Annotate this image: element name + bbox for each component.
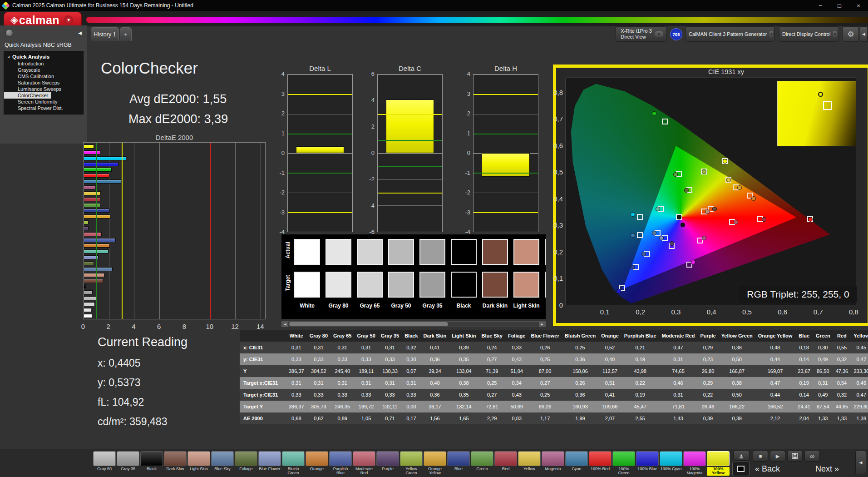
pattern-patch-cyan[interactable]: Cyan bbox=[565, 451, 588, 471]
patch-color bbox=[164, 451, 187, 466]
table-cell: 305,73 bbox=[307, 401, 330, 412]
limit-green bbox=[473, 173, 538, 174]
pattern-patch-100-cyan[interactable]: 100% Cyan bbox=[660, 451, 682, 471]
collapse-right-panel-button[interactable]: ◀ bbox=[860, 26, 868, 42]
pattern-window-button[interactable] bbox=[732, 462, 750, 476]
chevron-down-icon[interactable]: ▼ bbox=[833, 31, 837, 37]
back-button[interactable]: « Back bbox=[755, 464, 780, 474]
gridline bbox=[378, 179, 442, 180]
collapse-strip-icon[interactable]: ◀ bbox=[855, 451, 866, 474]
calman-logo-text: calman bbox=[19, 14, 59, 27]
pattern-patch-yellow[interactable]: Yellow bbox=[518, 451, 541, 471]
settings-gear-button[interactable]: ⚙ bbox=[843, 26, 859, 42]
current-reading-value: cd/m²: 359,483 bbox=[98, 416, 167, 428]
pattern-patch-100-green[interactable]: 100% Green bbox=[612, 451, 635, 476]
tab-history-1[interactable]: History 1 bbox=[91, 27, 119, 41]
de-axis-label: 2 bbox=[102, 323, 115, 330]
table-cell: 1,33 bbox=[833, 412, 851, 424]
cie-measured-black bbox=[681, 223, 685, 227]
pattern-patch-black[interactable]: Black bbox=[140, 451, 163, 471]
de-bar-foliage bbox=[84, 261, 94, 265]
pattern-patch-100-blue[interactable]: 100% Blue bbox=[636, 451, 659, 471]
pattern-patch-100-magenta[interactable]: 100% Magenta bbox=[683, 451, 706, 476]
table-col-header: Blue Sky bbox=[478, 330, 505, 342]
eject-icon[interactable]: ▲ bbox=[733, 451, 750, 461]
pattern-patch-bluish-green[interactable]: Bluish Green bbox=[282, 451, 305, 476]
delta-axis-label: 1 bbox=[271, 130, 285, 137]
pattern-patch-blue-flower[interactable]: Blue Flower bbox=[258, 451, 281, 471]
pattern-patch-purple[interactable]: Purple bbox=[376, 451, 399, 471]
minimize-button[interactable]: − bbox=[811, 0, 830, 11]
cie-y-tick: 0 bbox=[545, 301, 563, 309]
pattern-patch-purplish-blue[interactable]: Purplish Blue bbox=[329, 451, 352, 476]
gridline bbox=[288, 114, 352, 114]
actual-swatch-light-skin bbox=[513, 239, 539, 265]
logo-dropdown-chevron-icon[interactable]: ▼ bbox=[64, 15, 73, 25]
scroll-right-icon[interactable]: ▶ bbox=[539, 322, 545, 327]
pattern-patch-100-red[interactable]: 100% Red bbox=[589, 451, 612, 471]
table-col-header: Gray 80 bbox=[307, 330, 330, 342]
next-button[interactable]: Next » bbox=[815, 464, 839, 474]
meter-selector[interactable]: X-Rite i1Pro 3 Direct View ▼ bbox=[616, 26, 666, 42]
pattern-patch-blue[interactable]: Blue bbox=[447, 451, 470, 471]
table-cell: 87,54 bbox=[813, 401, 833, 412]
loop-icon[interactable]: ∞ bbox=[804, 451, 820, 462]
sidebar-item-cms-calibration[interactable]: CMS Calibration bbox=[4, 73, 83, 80]
maximize-button[interactable]: □ bbox=[830, 0, 849, 11]
table-col-header: Foliage bbox=[505, 330, 528, 342]
pattern-patch-blue-sky[interactable]: Blue Sky bbox=[211, 451, 234, 471]
stop-icon[interactable]: ■ bbox=[753, 451, 768, 462]
tab-add-button[interactable]: + bbox=[120, 27, 132, 41]
sidebar-item-introduction[interactable]: Introduction bbox=[4, 60, 83, 67]
table-cell: 0,31 bbox=[813, 377, 833, 389]
cie-x-tick: 0,5 bbox=[738, 308, 756, 316]
pattern-patch-moderate-red[interactable]: Moderate Red bbox=[353, 451, 375, 476]
tree-expander-icon[interactable]: ◢ bbox=[7, 55, 10, 59]
sidebar-item-colorchecker[interactable]: ColorChecker bbox=[4, 92, 51, 99]
pattern-patch-gray-50[interactable]: Gray 50 bbox=[93, 451, 116, 471]
pattern-generator-selector[interactable]: CalMAN Client 3 Pattern Generator ▼ bbox=[686, 26, 774, 42]
pattern-patch-dark-skin[interactable]: Dark Skin bbox=[164, 451, 187, 471]
chevron-down-icon[interactable]: ▼ bbox=[769, 31, 773, 37]
swatch-scrollbar[interactable]: ◀ ▶ bbox=[281, 321, 546, 327]
table-cell: 0,47 bbox=[659, 342, 698, 353]
sidebar-item-saturation-sweeps[interactable]: Saturation Sweeps bbox=[4, 80, 83, 86]
save-icon[interactable] bbox=[787, 451, 803, 462]
sidebar-item-luminance-sweeps[interactable]: Luminance Sweeps bbox=[4, 86, 83, 92]
pattern-patch-magenta[interactable]: Magenta bbox=[542, 451, 564, 471]
tree-root-quick-analysis[interactable]: ◢ Quick Analysis bbox=[4, 54, 83, 60]
pattern-patch-foliage[interactable]: Foliage bbox=[235, 451, 257, 471]
cie-x-tick: 0,4 bbox=[702, 308, 720, 316]
play-icon[interactable]: ▶ bbox=[770, 451, 785, 462]
table-col-header: Black bbox=[402, 330, 420, 342]
pattern-patch-yellow-green[interactable]: Yellow Green bbox=[400, 451, 423, 476]
table-cell: 132,14 bbox=[449, 401, 478, 412]
table-cell: 0,31 bbox=[354, 377, 378, 389]
chevron-down-icon[interactable]: ▼ bbox=[655, 31, 663, 37]
table-cell: 0,33 bbox=[505, 342, 528, 353]
pattern-patch-gray-35[interactable]: Gray 35 bbox=[117, 451, 139, 471]
swatch-name: Light Skin bbox=[511, 303, 542, 309]
sidebar-collapse-icon[interactable]: ◀ bbox=[76, 29, 84, 37]
sidebar-item-grayscale[interactable]: Grayscale bbox=[4, 67, 83, 73]
display-control-selector[interactable]: Direct Display Control ▼ bbox=[779, 26, 839, 42]
pattern-patch-green[interactable]: Green bbox=[471, 451, 493, 471]
table-cell: 0,18 bbox=[795, 342, 813, 353]
pattern-patch-100-yellow[interactable]: 100% Yellow bbox=[707, 451, 730, 476]
meter-708-badge[interactable]: 708 bbox=[670, 28, 682, 40]
sidebar-item-spectral-power-dist-[interactable]: Spectral Power Dist. bbox=[4, 105, 83, 111]
sidebar-item-screen-uniformity[interactable]: Screen Uniformity bbox=[4, 99, 83, 105]
cie-x-tick: 0,6 bbox=[774, 308, 792, 316]
swatch-name: White bbox=[291, 303, 323, 309]
pattern-patch-light-skin[interactable]: Light Skin bbox=[187, 451, 210, 471]
patch-label: Orange bbox=[306, 467, 328, 471]
pattern-patch-orange-yellow[interactable]: Orange Yellow bbox=[424, 451, 446, 476]
pattern-patch-orange[interactable]: Orange bbox=[306, 451, 328, 471]
table-cell: 26,80 bbox=[697, 365, 718, 377]
scrollbar-thumb[interactable] bbox=[289, 322, 448, 326]
delta-bar bbox=[386, 99, 434, 153]
pattern-patch-red[interactable]: Red bbox=[494, 451, 517, 471]
close-button[interactable]: × bbox=[849, 0, 868, 11]
sidebar-record-icon[interactable] bbox=[5, 29, 13, 37]
scroll-left-icon[interactable]: ◀ bbox=[282, 322, 288, 327]
